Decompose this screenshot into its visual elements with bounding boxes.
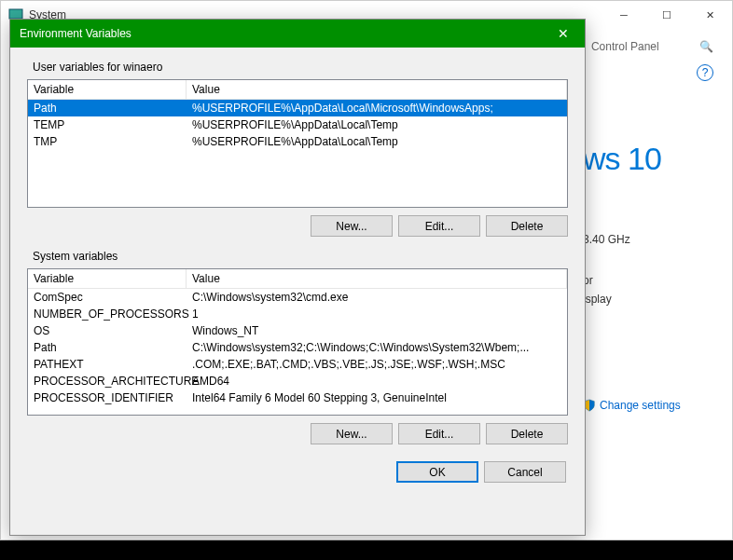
user-edit-button[interactable]: Edit... [398, 215, 480, 237]
window-controls: ─ ☐ ✕ [602, 2, 731, 28]
var-name: PROCESSOR_ARCHITECTURE [28, 374, 187, 389]
env-title: Environment Variables [20, 27, 131, 40]
windows-10-logo: ws 10 [583, 141, 713, 177]
control-panel-breadcrumb: Control Panel 🔍 [591, 40, 713, 53]
table-row[interactable]: TEMP%USERPROFILE%\AppData\Local\Temp [28, 116, 567, 133]
user-variables-group: User variables for winaero Variable Valu… [27, 61, 568, 237]
environment-variables-dialog: Environment Variables ✕ User variables f… [9, 19, 586, 536]
search-icon[interactable]: 🔍 [699, 40, 713, 53]
table-row[interactable]: PathC:\Windows\system32;C:\Windows;C:\Wi… [28, 339, 567, 356]
table-row[interactable]: OSWindows_NT [28, 322, 567, 339]
var-name: Path [28, 101, 187, 116]
env-close-button[interactable]: ✕ [542, 20, 585, 48]
env-titlebar: Environment Variables ✕ [10, 20, 585, 48]
system-variables-list[interactable]: Variable Value ComSpecC:\Windows\system3… [27, 268, 568, 416]
col-variable[interactable]: Variable [28, 269, 187, 288]
table-row[interactable]: PROCESSOR_IDENTIFIERIntel64 Family 6 Mod… [28, 389, 567, 406]
var-value: %USERPROFILE%\AppData\Local\Microsoft\Wi… [187, 101, 567, 116]
table-row[interactable]: PATHEXT.COM;.EXE;.BAT;.CMD;.VBS;.VBE;.JS… [28, 356, 567, 373]
system-variables-group: System variables Variable Value ComSpecC… [27, 250, 568, 444]
var-name: OS [28, 323, 187, 338]
svg-rect-0 [9, 9, 22, 19]
table-row[interactable]: NUMBER_OF_PROCESSORS1 [28, 306, 567, 322]
var-name: ComSpec [28, 290, 187, 305]
var-name: Path [28, 340, 187, 355]
user-vars-label: User variables for winaero [27, 61, 568, 74]
close-button[interactable]: ✕ [688, 2, 731, 28]
help-icon[interactable]: ? [697, 64, 713, 81]
sys-new-button[interactable]: New... [311, 423, 393, 444]
var-value: C:\Windows\system32;C:\Windows;C:\Window… [187, 340, 567, 355]
var-value: C:\Windows\system32\cmd.exe [187, 290, 567, 305]
sys-delete-button[interactable]: Delete [486, 423, 568, 444]
var-value: %USERPROFILE%\AppData\Local\Temp [187, 134, 567, 149]
var-name: PATHEXT [28, 357, 187, 372]
list-header: Variable Value [28, 269, 567, 289]
user-new-button[interactable]: New... [311, 215, 393, 237]
sys-vars-label: System variables [27, 250, 568, 263]
var-value: AMD64 [187, 374, 567, 389]
user-delete-button[interactable]: Delete [486, 215, 568, 237]
maximize-button[interactable]: ☐ [645, 2, 688, 28]
table-row[interactable]: Path%USERPROFILE%\AppData\Local\Microsof… [28, 100, 567, 116]
var-name: TMP [28, 134, 187, 149]
isplay-text: isplay [583, 293, 713, 306]
col-value[interactable]: Value [187, 269, 567, 288]
var-name: NUMBER_OF_PROCESSORS [28, 307, 187, 321]
col-value[interactable]: Value [187, 80, 567, 99]
var-name: TEMP [28, 117, 187, 132]
sys-edit-button[interactable]: Edit... [398, 423, 480, 444]
table-row[interactable]: ComSpecC:\Windows\system32\cmd.exe [28, 289, 567, 306]
table-row[interactable]: TMP%USERPROFILE%\AppData\Local\Temp [28, 133, 567, 150]
minimize-button[interactable]: ─ [602, 2, 645, 28]
var-value: Intel64 Family 6 Model 60 Stepping 3, Ge… [187, 390, 567, 405]
system-right-pane: ws 10 3.40 GHz or isplay Change settings [583, 113, 713, 412]
var-value: Windows_NT [187, 323, 567, 338]
col-variable[interactable]: Variable [28, 80, 187, 99]
var-value: 1 [187, 307, 567, 321]
or-text: or [583, 274, 713, 287]
list-header: Variable Value [28, 80, 567, 100]
ghz-text: 3.40 GHz [583, 233, 713, 246]
var-name: PROCESSOR_IDENTIFIER [28, 390, 187, 405]
var-value: %USERPROFILE%\AppData\Local\Temp [187, 117, 567, 132]
cancel-button[interactable]: Cancel [484, 461, 566, 483]
var-value: .COM;.EXE;.BAT;.CMD;.VBS;.VBE;.JS;.JSE;.… [187, 357, 567, 372]
table-row[interactable]: PROCESSOR_ARCHITECTUREAMD64 [28, 373, 567, 389]
ok-button[interactable]: OK [396, 461, 478, 483]
change-settings-link[interactable]: Change settings [583, 399, 713, 412]
user-variables-list[interactable]: Variable Value Path%USERPROFILE%\AppData… [27, 79, 568, 208]
